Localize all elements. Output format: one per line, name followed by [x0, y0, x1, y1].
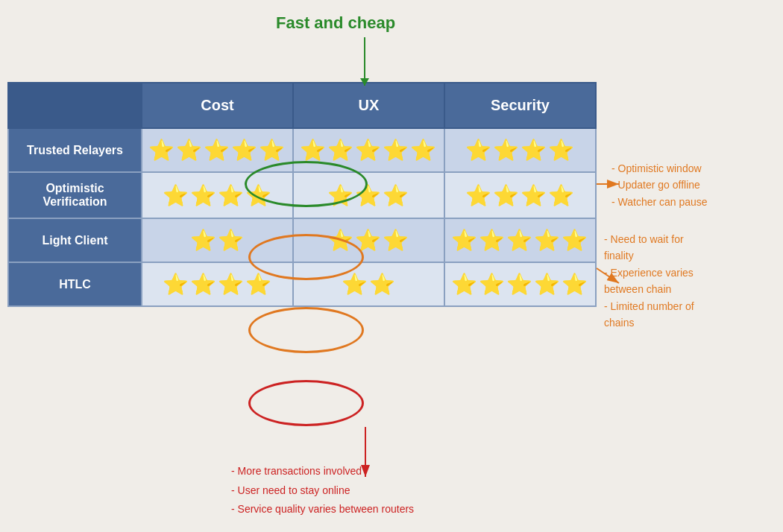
header-security: Security: [444, 83, 596, 128]
stars-optimistic-security: ⭐⭐⭐⭐: [465, 184, 576, 207]
row-security-light: ⭐⭐⭐⭐⭐: [444, 218, 596, 262]
fast-cheap-arrow: [364, 37, 365, 86]
row-label-optimistic: Optimistic Verification: [8, 172, 142, 218]
header-ux: UX: [293, 83, 444, 128]
stars-light-ux: ⭐⭐⭐: [327, 229, 410, 252]
row-security-htlc: ⭐⭐⭐⭐⭐: [444, 262, 596, 306]
header-cost: Cost: [142, 83, 293, 128]
stars-trusted-cost: ⭐⭐⭐⭐⭐: [148, 139, 286, 162]
stars-optimistic-cost: ⭐⭐⭐⭐: [163, 184, 273, 207]
annotation-htlc-line3: - Service quality varies between routers: [231, 500, 414, 519]
stars-trusted-ux: ⭐⭐⭐⭐⭐: [300, 139, 438, 162]
row-ux-optimistic: ⭐⭐⭐: [293, 172, 444, 218]
ellipse-light-ux: [248, 307, 364, 353]
annotation-optimistic: - Need to wait for finality - Experience…: [604, 231, 776, 331]
row-cost-htlc: ⭐⭐⭐⭐: [142, 262, 293, 306]
row-cost-light: ⭐⭐: [142, 218, 293, 262]
stars-light-security: ⭐⭐⭐⭐⭐: [451, 229, 589, 252]
annotation-trusted-line2: - Updater go offline: [611, 177, 776, 193]
ellipse-htlc-ux: [248, 380, 364, 426]
stars-light-cost: ⭐⭐: [190, 229, 245, 252]
annotation-optimistic-line2: finality: [604, 247, 776, 264]
table-row: Optimistic Verification ⭐⭐⭐⭐ ⭐⭐⭐ ⭐⭐⭐⭐: [8, 172, 596, 218]
annotation-optimistic-line6: chains: [604, 314, 776, 331]
stars-htlc-ux: ⭐⭐: [342, 273, 397, 296]
annotation-htlc-line2: - User need to stay online: [231, 481, 414, 500]
row-security-optimistic: ⭐⭐⭐⭐: [444, 172, 596, 218]
row-label-htlc: HTLC: [8, 262, 142, 306]
row-security-trusted: ⭐⭐⭐⭐: [444, 128, 596, 172]
annotation-optimistic-line4: between chain: [604, 281, 776, 297]
table-header-row: Cost UX Security: [8, 83, 596, 128]
table-row: Trusted Relayers ⭐⭐⭐⭐⭐ ⭐⭐⭐⭐⭐ ⭐⭐⭐⭐: [8, 128, 596, 172]
annotation-trusted-line3: - Watcher can pause: [611, 194, 776, 210]
annotation-optimistic-line5: - Limited number of: [604, 298, 776, 314]
row-ux-light: ⭐⭐⭐: [293, 218, 444, 262]
row-ux-htlc: ⭐⭐: [293, 262, 444, 306]
annotation-htlc: - More transactions involved - User need…: [231, 462, 414, 519]
table-row: Light Client ⭐⭐ ⭐⭐⭐ ⭐⭐⭐⭐⭐: [8, 218, 596, 262]
stars-htlc-cost: ⭐⭐⭐⭐: [163, 273, 273, 296]
annotation-htlc-line1: - More transactions involved: [231, 462, 414, 481]
row-label-trusted: Trusted Relayers: [8, 128, 142, 172]
annotation-optimistic-line1: - Need to wait for: [604, 231, 776, 247]
table-row: HTLC ⭐⭐⭐⭐ ⭐⭐ ⭐⭐⭐⭐⭐: [8, 262, 596, 306]
comparison-table: Cost UX Security Trusted Relayers ⭐⭐⭐⭐⭐ …: [7, 82, 597, 307]
annotation-optimistic-line3: - Experience varies: [604, 265, 776, 281]
row-cost-trusted: ⭐⭐⭐⭐⭐: [142, 128, 293, 172]
annotation-trusted-line1: - Optimistic window: [611, 160, 776, 177]
fast-cheap-label: Fast and cheap: [276, 13, 395, 33]
comparison-table-container: Cost UX Security Trusted Relayers ⭐⭐⭐⭐⭐ …: [7, 82, 597, 307]
row-ux-trusted: ⭐⭐⭐⭐⭐: [293, 128, 444, 172]
row-label-light: Light Client: [8, 218, 142, 262]
row-cost-optimistic: ⭐⭐⭐⭐: [142, 172, 293, 218]
header-row-label: [8, 83, 142, 128]
annotation-trusted: - Optimistic window - Updater go offline…: [611, 160, 776, 210]
stars-optimistic-ux: ⭐⭐⭐: [327, 184, 410, 207]
stars-htlc-security: ⭐⭐⭐⭐⭐: [451, 273, 589, 296]
stars-trusted-security: ⭐⭐⭐⭐: [465, 139, 576, 162]
